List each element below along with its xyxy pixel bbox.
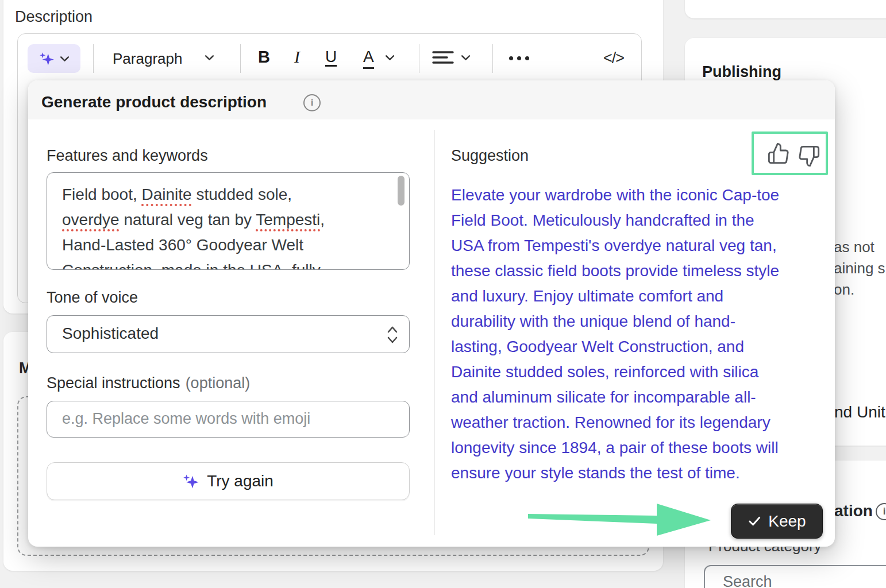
truncated-organization-title: ation [834, 502, 873, 520]
try-again-label: Try again [207, 472, 273, 490]
special-instructions-label: Special instructions(optional) [47, 374, 250, 392]
tone-of-voice-select[interactable]: Sophisticated [47, 315, 410, 353]
text-align-icon[interactable] [432, 50, 456, 68]
features-keywords-label: Features and keywords [47, 147, 208, 165]
thumbs-up-icon[interactable] [767, 142, 790, 165]
chevron-down-icon [60, 56, 70, 62]
misspelled-word: overdye [62, 211, 120, 229]
truncated-markets-text: nd Unit [834, 403, 885, 421]
optional-hint: (optional) [186, 374, 251, 392]
truncated-sidebar-text: as not aining s on. [834, 237, 885, 300]
sidebar-top-card [685, 0, 886, 18]
publishing-card-title: Publishing [702, 63, 781, 81]
keep-button[interactable]: Keep [731, 504, 823, 539]
checkmark-icon [748, 514, 762, 528]
tone-of-voice-label: Tone of voice [47, 289, 138, 307]
ai-generate-button[interactable] [28, 44, 80, 73]
special-instructions-placeholder: e.g. Replace some words with emoji [62, 410, 310, 428]
annotation-arrow [520, 500, 718, 540]
toolbar-divider [492, 44, 493, 73]
features-keywords-value: Field boot, Dainite studded sole, overdy… [62, 182, 384, 270]
chevron-down-icon [205, 55, 214, 61]
search-placeholder: Search [723, 573, 772, 588]
italic-button[interactable]: I [294, 47, 300, 67]
thumbs-down-icon[interactable] [798, 145, 820, 168]
more-options-icon[interactable] [509, 56, 529, 60]
magic-sparkle-icon [39, 51, 55, 67]
info-icon[interactable]: i [303, 94, 321, 111]
misspelled-word: Tempesti [256, 211, 320, 229]
toolbar-divider [419, 44, 419, 73]
magic-sparkle-icon [183, 473, 199, 490]
tone-of-voice-value: Sophisticated [62, 324, 159, 343]
code-view-button[interactable]: </> [603, 49, 624, 67]
features-keywords-textarea[interactable]: Field boot, Dainite studded sole, overdy… [47, 172, 410, 270]
paragraph-style-selector[interactable]: Paragraph [113, 50, 182, 68]
toolbar-divider [240, 44, 241, 73]
generate-description-modal: Generate product description i Features … [28, 80, 835, 547]
chevron-down-icon [385, 55, 395, 61]
special-instructions-input[interactable]: e.g. Replace some words with emoji [47, 401, 410, 438]
select-updown-icon [385, 324, 400, 346]
keep-button-label: Keep [768, 512, 806, 531]
text-color-button[interactable]: A [363, 48, 374, 69]
chevron-down-icon [461, 55, 471, 61]
bold-button[interactable]: B [258, 48, 270, 67]
misspelled-word: Dainite [142, 185, 192, 203]
textarea-scrollbar-thumb[interactable] [398, 176, 405, 206]
try-again-button[interactable]: Try again [47, 462, 410, 500]
toolbar-divider [93, 44, 94, 73]
ai-suggestion-text: Elevate your wardrobe with the iconic Ca… [451, 183, 837, 486]
suggestion-label: Suggestion [451, 147, 529, 165]
description-field-label: Description [15, 8, 93, 26]
column-divider [434, 130, 435, 535]
modal-title: Generate product description [41, 93, 267, 111]
underline-button[interactable]: U [325, 48, 337, 66]
